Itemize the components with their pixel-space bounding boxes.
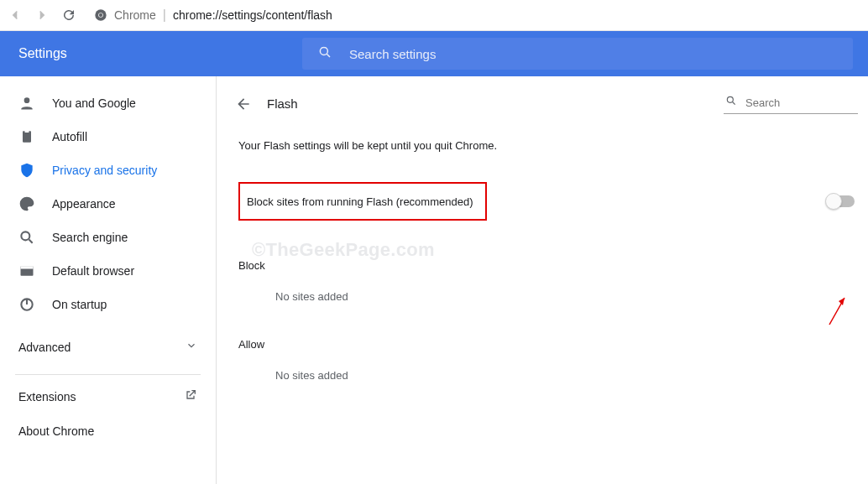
external-link-icon	[184, 388, 197, 404]
page-title: Flash	[267, 96, 298, 111]
sidebar-item-default-browser[interactable]: Default browser	[0, 254, 216, 288]
svg-line-15	[733, 102, 735, 105]
svg-rect-11	[21, 266, 34, 268]
chevron-down-icon	[186, 340, 197, 354]
block-section-label: Block	[238, 259, 858, 272]
sidebar-advanced[interactable]: Advanced	[0, 328, 216, 366]
omnibox-host: Chrome	[114, 8, 156, 22]
sidebar-item-privacy-security[interactable]: Privacy and security	[0, 154, 216, 187]
sidebar-item-appearance[interactable]: Appearance	[0, 187, 216, 221]
settings-title: Settings	[0, 46, 302, 61]
page-search-input[interactable]	[745, 96, 856, 109]
block-flash-option-highlight: Block sites from running Flash (recommen…	[238, 182, 487, 221]
header-search-input[interactable]	[349, 47, 838, 61]
palette-icon	[18, 195, 35, 212]
svg-rect-6	[23, 131, 31, 142]
svg-point-2	[99, 13, 102, 17]
block-flash-toggle[interactable]	[826, 195, 855, 207]
sidebar-extensions-label: Extensions	[18, 390, 76, 403]
main-panel: Flash Your Flash settings will be kept u…	[217, 76, 868, 484]
sidebar-item-label: Default browser	[52, 264, 134, 278]
block-empty-text: No sites added	[235, 278, 858, 315]
sidebar-advanced-label: Advanced	[18, 341, 71, 354]
clipboard-icon	[18, 128, 35, 145]
shield-icon	[18, 162, 35, 179]
nav-forward-button[interactable]	[34, 7, 50, 23]
sidebar-item-search-engine[interactable]: Search engine	[0, 221, 216, 254]
sidebar-item-label: Appearance	[52, 197, 116, 211]
search-icon	[725, 95, 737, 110]
svg-point-3	[320, 47, 327, 55]
svg-point-8	[21, 232, 29, 240]
page-back-button[interactable]	[235, 96, 252, 112]
svg-point-5	[24, 97, 30, 103]
omnibox-path: chrome://settings/content/flash	[173, 8, 332, 22]
svg-line-9	[29, 240, 33, 243]
sidebar-item-label: Search engine	[52, 231, 128, 244]
sidebar-about-label: About Chrome	[18, 424, 94, 438]
svg-point-14	[727, 96, 733, 102]
browser-navbar: Chrome | chrome://settings/content/flash	[0, 0, 868, 31]
watermark: ©TheGeekPage.com	[252, 239, 435, 261]
allow-empty-text: No sites added	[235, 357, 858, 393]
block-flash-option-label: Block sites from running Flash (recommen…	[247, 195, 473, 208]
settings-header: Settings	[0, 31, 868, 76]
sidebar-item-label: Autofill	[52, 130, 87, 143]
header-search[interactable]	[302, 38, 853, 70]
nav-back-button[interactable]	[7, 7, 24, 23]
sidebar-item-autofill[interactable]: Autofill	[0, 120, 216, 154]
sidebar: You and Google Autofill Privacy and secu…	[0, 76, 217, 484]
sidebar-item-label: On startup	[52, 298, 107, 311]
browser-icon	[18, 263, 35, 279]
power-icon	[18, 296, 35, 313]
sidebar-item-extensions[interactable]: Extensions	[0, 378, 216, 414]
nav-reload-button[interactable]	[60, 7, 77, 23]
person-icon	[18, 95, 35, 112]
chrome-icon	[94, 8, 107, 22]
sidebar-item-on-startup[interactable]: On startup	[0, 288, 216, 321]
sidebar-divider	[15, 374, 201, 375]
omnibox[interactable]: Chrome | chrome://settings/content/flash	[87, 3, 861, 27]
page-search[interactable]	[724, 93, 858, 114]
svg-line-4	[327, 54, 330, 57]
flash-info-text: Your Flash settings will be kept until y…	[238, 139, 858, 152]
sidebar-item-label: You and Google	[52, 96, 136, 110]
sidebar-item-about-chrome[interactable]: About Chrome	[0, 414, 216, 448]
svg-rect-7	[25, 130, 29, 133]
search-icon	[18, 229, 35, 246]
sidebar-item-label: Privacy and security	[52, 164, 157, 177]
search-icon	[317, 44, 332, 63]
allow-section-label: Allow	[238, 338, 858, 351]
sidebar-item-you-and-google[interactable]: You and Google	[0, 86, 216, 120]
